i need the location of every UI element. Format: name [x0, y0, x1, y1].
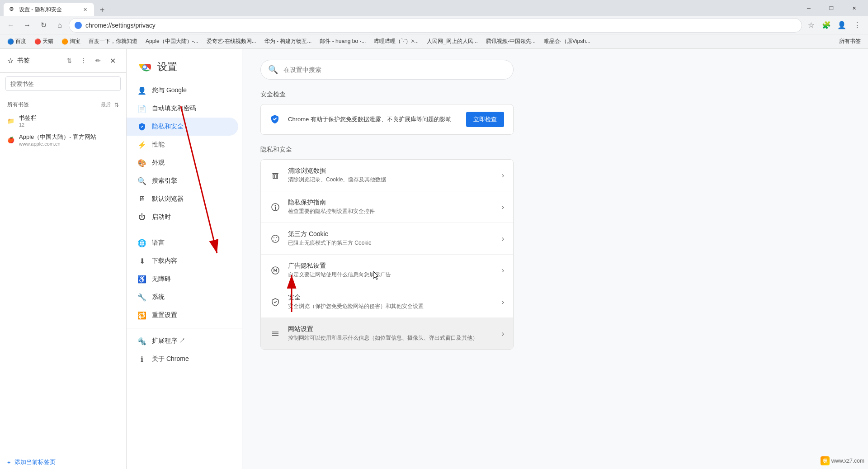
- close-window-button[interactable]: ✕: [844, 1, 864, 15]
- performance-nav-label: 性能: [152, 141, 165, 149]
- profile-button[interactable]: 👤: [835, 18, 849, 33]
- nav-item-language[interactable]: 🌐 语言: [127, 234, 238, 252]
- add-bookmark-button[interactable]: + 添加当前标签页: [0, 455, 126, 469]
- downloads-nav-icon: ⬇: [137, 256, 146, 265]
- nav-item-extensions[interactable]: 🔩 扩展程序 ↗: [127, 332, 238, 350]
- plus-icon: +: [7, 459, 11, 466]
- site-settings-arrow: ›: [502, 330, 504, 338]
- back-button[interactable]: ←: [4, 18, 18, 33]
- nav-item-about[interactable]: ℹ 关于 Chrome: [127, 350, 238, 368]
- navigation-bar: ← → ↻ ⌂ chrome://settings/privacy ☆ 🧩 👤 …: [0, 16, 868, 34]
- minimize-button[interactable]: ─: [798, 1, 819, 15]
- bookmark-star-button[interactable]: ☆: [804, 18, 818, 33]
- nav-item-downloads[interactable]: ⬇ 下载内容: [127, 252, 238, 270]
- nav-item-default-browser[interactable]: 🖥 默认浏览器: [127, 190, 238, 208]
- bookmark-iqiyi[interactable]: 爱奇艺-在线视频网...: [203, 37, 260, 46]
- home-button[interactable]: ⌂: [52, 18, 67, 33]
- accessibility-nav-icon: ♿: [137, 275, 146, 284]
- apple-bookmark-title: Apple（中国大陆）- 官方网站: [19, 133, 96, 141]
- reload-button[interactable]: ↻: [36, 18, 51, 33]
- nav-item-reset[interactable]: 🔁 重置设置: [127, 306, 238, 324]
- active-tab[interactable]: ⚙ 设置 - 隐私和安全 ✕: [4, 3, 94, 16]
- bookmark-taobao[interactable]: 🟠 淘宝: [58, 37, 84, 46]
- ad-privacy-text: 广告隐私设置 自定义要让网站使用什么信息向您展示广告: [288, 262, 495, 279]
- security-arrow: ›: [502, 298, 504, 306]
- bookmark-baidu-search[interactable]: 百度一下，你就知道: [85, 37, 141, 46]
- nav-item-system[interactable]: 🔧 系统: [127, 288, 238, 306]
- autofill-nav-label: 自动填充和密码: [152, 104, 196, 113]
- address-bar[interactable]: chrome://settings/privacy: [69, 18, 802, 33]
- site-settings-title: 网站设置: [288, 325, 495, 333]
- new-tab-button[interactable]: +: [96, 4, 108, 16]
- site-security-icon: [75, 22, 82, 29]
- bookmark-email[interactable]: 邮件 - huang bo -...: [316, 37, 369, 46]
- nav-item-autofill[interactable]: 📄 自动填充和密码: [127, 99, 238, 118]
- settings-area: 设置 👤 您与 Google 📄 自动填充和密码 隐私和安全: [127, 49, 868, 469]
- nav-item-google[interactable]: 👤 您与 Google: [127, 81, 238, 99]
- safety-check-button[interactable]: 立即检查: [466, 112, 504, 127]
- tencent-video-label: 腾讯视频-中国领先...: [486, 38, 536, 45]
- last-label: 最后: [101, 101, 111, 108]
- reset-nav-icon: 🔁: [137, 311, 146, 320]
- all-bookmarks[interactable]: 所有书签: [835, 37, 864, 46]
- search-nav-label: 搜索引擎: [152, 177, 177, 185]
- ad-privacy-item[interactable]: 广告隐私设置 自定义要让网站使用什么信息向您展示广告 ›: [261, 255, 513, 286]
- security-item[interactable]: 安全 安全浏览（保护您免受危险网站的侵害）和其他安全设置 ›: [261, 286, 513, 318]
- sidebar-more-button[interactable]: ⋮: [77, 54, 90, 67]
- site-settings-item[interactable]: 网站设置 控制网站可以使用和显示什么信息（如位置信息、摄像头、弹出式窗口及其他）…: [261, 318, 513, 349]
- ad-privacy-icon: [270, 265, 281, 276]
- baidu-icon: 🔵: [7, 38, 14, 45]
- startup-nav-icon: ⏻: [137, 213, 146, 222]
- nav-item-accessibility[interactable]: ♿ 无障碍: [127, 270, 238, 288]
- bookmark-vip[interactable]: 唯品会·（原Vipsh...: [540, 37, 594, 46]
- security-text: 安全 安全浏览（保护您免受危险网站的侵害）和其他安全设置: [288, 294, 495, 310]
- window-controls: ─ ❐ ✕: [798, 1, 864, 15]
- bookmark-bilibili[interactable]: 哔哩哔哩（`·'）>...: [370, 37, 422, 46]
- nav-item-search[interactable]: 🔍 搜索引擎: [127, 172, 238, 190]
- bookmark-people[interactable]: 人民网_网上的人民...: [423, 37, 481, 46]
- sidebar-sort-button[interactable]: ⇅: [63, 54, 75, 67]
- privacy-guide-item[interactable]: 隐私保护指南 检查重要的隐私控制设置和安全控件 ›: [261, 191, 513, 223]
- sidebar-header: ☆ 书签 ⇅ ⋮ ✏ ✕: [0, 49, 126, 73]
- settings-search-bar[interactable]: 🔍: [260, 60, 514, 80]
- nav-item-startup[interactable]: ⏻ 启动时: [127, 208, 238, 226]
- clear-browsing-desc: 清除浏览记录、Cookie、缓存及其他数据: [288, 176, 495, 184]
- menu-button[interactable]: ⋮: [850, 18, 864, 33]
- sort-icon: ⇅: [114, 102, 119, 108]
- bookmark-apple[interactable]: Apple（中国大陆）-...: [142, 37, 202, 46]
- apple-bookmark-item[interactable]: 🍎 Apple（中国大陆）- 官方网站 www.apple.com.cn: [0, 130, 126, 149]
- privacy-settings-list: 清除浏览数据 清除浏览记录、Cookie、缓存及其他数据 › 隐私保护指南: [260, 159, 514, 350]
- bookmark-baidu[interactable]: 🔵 百度: [4, 37, 30, 46]
- nav-divider-2: [127, 328, 242, 328]
- bookmark-huawei[interactable]: 华为 - 构建万物互...: [261, 37, 316, 46]
- settings-search-input[interactable]: [283, 66, 506, 73]
- ad-privacy-desc: 自定义要让网站使用什么信息向您展示广告: [288, 271, 495, 279]
- forward-button[interactable]: →: [20, 18, 34, 33]
- language-nav-label: 语言: [152, 239, 165, 247]
- ad-privacy-arrow: ›: [502, 266, 504, 275]
- extensions-button[interactable]: 🧩: [819, 18, 834, 33]
- sidebar-close-button[interactable]: ✕: [106, 54, 119, 67]
- sidebar-edit-button[interactable]: ✏: [92, 54, 104, 67]
- clear-browsing-icon: [270, 170, 281, 181]
- tab-close-button[interactable]: ✕: [81, 6, 89, 13]
- bookmark-bar-item[interactable]: 📁 书签栏 12: [0, 111, 126, 130]
- nav-item-performance[interactable]: ⚡ 性能: [127, 136, 238, 154]
- restore-button[interactable]: ❐: [821, 1, 842, 15]
- nav-item-privacy[interactable]: 隐私和安全: [127, 118, 238, 136]
- extensions-nav-icon: 🔩: [137, 336, 146, 346]
- bookmark-tianmao[interactable]: 🔴 天猫: [31, 37, 57, 46]
- search-icon: 🔍: [268, 65, 278, 75]
- accessibility-nav-label: 无障碍: [152, 275, 171, 283]
- third-party-cookies-item[interactable]: 第三方 Cookie 已阻止无痕模式下的第三方 Cookie ›: [261, 223, 513, 255]
- tianmao-label: 天猫: [42, 38, 53, 45]
- watermark: 极 www.xz7.com: [821, 456, 864, 465]
- safety-check-description: Chrome 有助于保护您免受数据泄露、不良扩展库等问题的影响: [288, 115, 459, 123]
- clear-browsing-item[interactable]: 清除浏览数据 清除浏览记录、Cookie、缓存及其他数据 ›: [261, 160, 513, 191]
- all-bookmarks-section[interactable]: 所有书签 最后 ⇅: [0, 98, 126, 111]
- nav-item-appearance[interactable]: 🎨 外观: [127, 154, 238, 172]
- sidebar-search-input[interactable]: [5, 76, 121, 91]
- svg-rect-0: [76, 25, 80, 28]
- tianmao-icon: 🔴: [34, 38, 41, 45]
- bookmark-tencent-video[interactable]: 腾讯视频-中国领先...: [482, 37, 539, 46]
